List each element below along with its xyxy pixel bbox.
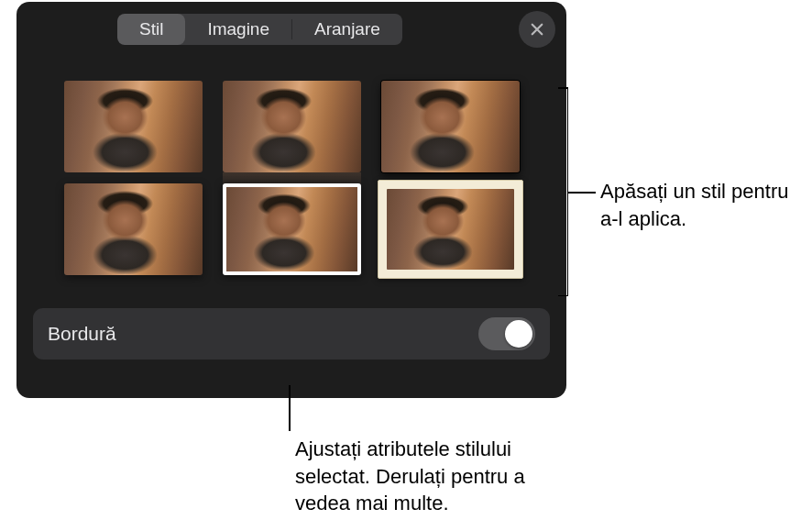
style-preview-image [223, 81, 361, 172]
style-preview-image [387, 189, 514, 270]
close-icon [529, 21, 545, 38]
style-preview-image [381, 81, 520, 172]
tab-image[interactable]: Imagine [185, 14, 291, 45]
style-preview-image [64, 81, 203, 172]
callout-adjust-attributes: Ajustați atributele stilului selectat. D… [295, 436, 579, 517]
style-thumb-photo-frame[interactable] [378, 180, 523, 279]
border-toggle[interactable] [478, 317, 535, 350]
segmented-control: Stil Imagine Aranjare [117, 14, 402, 45]
style-thumb-plain[interactable] [64, 81, 203, 172]
photo-frame-border [378, 180, 523, 279]
style-thumb-white-border[interactable] [223, 183, 361, 275]
format-inspector-panel: Stil Imagine Aranjare [16, 2, 566, 398]
style-thumb-reflection[interactable] [223, 81, 361, 172]
style-preview-image [223, 183, 361, 275]
callout-bracket [559, 87, 568, 296]
style-grid [16, 55, 566, 288]
tab-bar: Stil Imagine Aranjare [16, 2, 566, 55]
tab-style[interactable]: Stil [117, 14, 185, 45]
callout-apply-style: Apăsați un stil pentru a-l aplica. [600, 178, 811, 232]
border-label: Bordură [48, 323, 478, 345]
callout-leader-line [568, 192, 596, 194]
border-row: Bordură [33, 308, 550, 360]
style-thumb-dark-shadow[interactable] [381, 81, 520, 172]
callout-leader-line [289, 385, 291, 431]
tab-arrange[interactable]: Aranjare [292, 14, 402, 45]
switch-knob [505, 320, 532, 348]
style-thumb-soft-shadow[interactable] [64, 183, 203, 275]
close-button[interactable] [519, 11, 555, 48]
style-preview-image [64, 183, 203, 275]
